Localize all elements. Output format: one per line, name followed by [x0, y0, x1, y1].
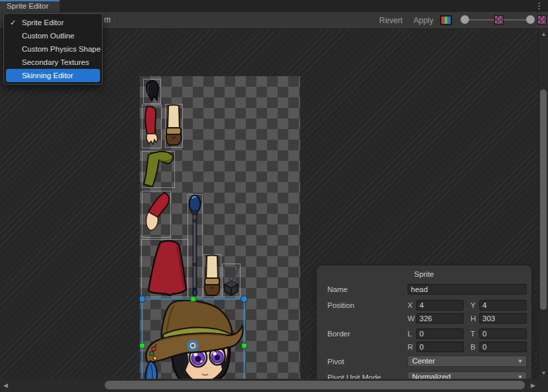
vertical-scrollbar-thumb[interactable] [540, 89, 547, 310]
vertical-scrollbar[interactable]: ▲ ▼ [538, 29, 548, 379]
apply-button[interactable]: Apply [409, 12, 438, 28]
t-label: T [470, 330, 479, 338]
revert-button[interactable]: Revert [374, 12, 408, 28]
name-input[interactable] [408, 284, 527, 295]
sprite-inspector-panel: Sprite Name Position X Y W H [317, 266, 531, 392]
sprite-boot-2[interactable] [205, 256, 220, 296]
pivot-row: Pivot Center ▼ [327, 356, 527, 367]
border-l-input[interactable] [416, 328, 464, 339]
x-label: X [408, 301, 416, 309]
border-lt-row: Border L T [327, 328, 527, 339]
scroll-right-icon[interactable]: ▶ [531, 382, 535, 389]
dropdown-arrow-icon: ▼ [518, 357, 523, 366]
h-label: H [470, 315, 479, 322]
pivot-label: Pivot [327, 358, 408, 366]
sprite-arm-bent[interactable] [146, 193, 170, 230]
horizontal-scrollbar[interactable]: ◀ ▶ [0, 379, 548, 392]
tab-bar: Sprite Editor ⋮ [0, 0, 548, 12]
toolbar-separator [117, 13, 118, 27]
position-xy-row: Position X Y [327, 299, 527, 311]
border-t-input[interactable] [479, 328, 527, 339]
menu-item-secondary-textures[interactable]: Secondary Textures [6, 56, 100, 69]
sprite-scarf[interactable] [144, 152, 173, 187]
scroll-up-icon[interactable]: ▲ [539, 31, 548, 38]
border-r-input[interactable] [416, 342, 464, 352]
border-label: Border [327, 330, 408, 338]
rgb-stripes [441, 17, 451, 24]
scroll-down-icon[interactable]: ▼ [539, 370, 548, 377]
tab-sprite-editor[interactable]: Sprite Editor [0, 0, 60, 12]
sprite-hair-tuft[interactable] [146, 81, 158, 101]
slider-handle-left[interactable] [461, 15, 469, 24]
position-wh-row: W H [327, 313, 527, 324]
scroll-left-icon[interactable]: ◀ [3, 382, 8, 389]
spritesheet-artwork [140, 76, 300, 392]
position-label: Position [327, 301, 408, 309]
l-label: L [408, 330, 416, 338]
panel-title: Sprite [317, 266, 531, 278]
height-input[interactable] [479, 313, 527, 324]
color-channels-icon[interactable] [440, 15, 452, 25]
menu-item-custom-physics-shape[interactable]: Custom Physics Shape [6, 42, 100, 56]
r-label: R [408, 343, 416, 351]
sprite-staff[interactable] [190, 195, 201, 297]
sprite-arm-straight[interactable] [145, 107, 157, 144]
name-row: Name [327, 283, 527, 295]
kebab-menu-icon[interactable]: ⋮ [535, 1, 543, 11]
sprite-necklace[interactable] [225, 267, 239, 295]
trim-button-partial[interactable]: m [104, 15, 111, 24]
tab-title: Sprite Editor [7, 2, 48, 10]
border-rb-row: R B [327, 341, 527, 352]
sprite-editor-mode-menu: ✓ Sprite Editor Custom Outline Custom Ph… [3, 13, 103, 85]
horizontal-scrollbar-thumb[interactable] [105, 381, 525, 389]
position-y-input[interactable] [479, 300, 527, 311]
y-label: Y [470, 301, 479, 309]
alpha-texture-icon[interactable] [494, 15, 504, 24]
name-label: Name [327, 285, 408, 293]
b-label: B [470, 343, 479, 351]
menu-item-custom-outline[interactable]: Custom Outline [6, 29, 100, 42]
menu-item-sprite-editor[interactable]: ✓ Sprite Editor [6, 16, 100, 29]
width-input[interactable] [416, 313, 464, 324]
texture-canvas[interactable] [140, 76, 300, 392]
w-label: W [408, 315, 416, 322]
position-x-input[interactable] [416, 300, 464, 311]
sprite-cape[interactable] [148, 241, 186, 295]
sprite-editor-window: Sprite Editor ⋮ m Revert Apply [0, 0, 548, 392]
border-b-input[interactable] [479, 342, 527, 352]
pivot-value: Center [412, 357, 435, 365]
slider-handle-right[interactable] [526, 15, 535, 24]
sprite-boot-1[interactable] [166, 105, 182, 146]
pivot-dropdown[interactable]: Center ▼ [408, 356, 527, 367]
alpha-texture-icon-2[interactable] [537, 15, 547, 24]
menu-item-skinning-editor[interactable]: Skinning Editor [6, 69, 100, 82]
checkmark-icon: ✓ [10, 16, 16, 29]
